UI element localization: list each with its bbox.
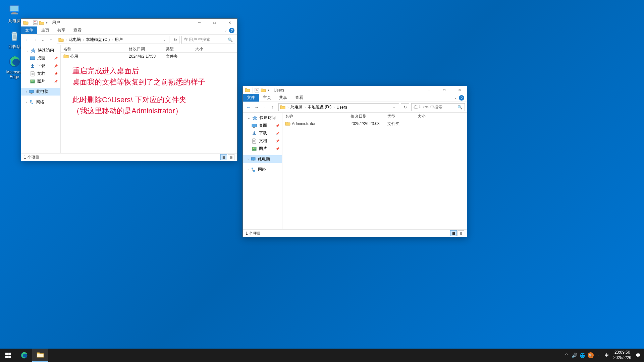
nav-forward-button[interactable]: → xyxy=(253,104,260,111)
new-folder-icon[interactable] xyxy=(261,87,266,93)
title-bar[interactable]: ▾ 用户 ─ □ ✕ xyxy=(21,19,237,26)
breadcrumb-segment[interactable]: Users xyxy=(335,105,348,110)
address-bar[interactable]: › 此电脑 › 本地磁盘 (D:) › Users ⌄ xyxy=(278,103,399,111)
tab-file[interactable]: 文件 xyxy=(21,26,37,34)
refresh-button[interactable]: ↻ xyxy=(171,36,179,44)
list-header: 名称 修改日期 类型 大小 xyxy=(282,113,467,120)
qat-dropdown-icon[interactable]: ▾ xyxy=(268,88,269,92)
volume-icon[interactable]: 🔊 xyxy=(571,349,579,362)
breadcrumb-arrow-icon[interactable]: › xyxy=(82,38,85,42)
nav-downloads[interactable]: 下载📌 xyxy=(243,129,282,137)
title-bar[interactable]: ▾ Users ─ □ ✕ xyxy=(243,86,467,94)
breadcrumb-arrow-icon[interactable]: › xyxy=(65,38,67,42)
close-button[interactable]: ✕ xyxy=(222,19,237,26)
breadcrumb-arrow-icon[interactable]: › xyxy=(333,106,335,109)
minimize-button[interactable]: ─ xyxy=(192,19,207,26)
nav-up-button[interactable]: ↑ xyxy=(269,104,276,111)
breadcrumb-arrow-icon[interactable]: › xyxy=(287,106,289,109)
show-desktop-button[interactable] xyxy=(642,349,644,362)
qat-dropdown-icon[interactable]: ▾ xyxy=(46,21,48,24)
nav-back-button[interactable]: ← xyxy=(23,36,31,44)
search-input[interactable]: 在 Users 中搜索 🔍 xyxy=(411,103,465,111)
nav-quick-access[interactable]: ⌄快速访问 xyxy=(21,47,60,54)
breadcrumb-segment[interactable]: 用户 xyxy=(113,37,124,43)
help-button[interactable]: ? xyxy=(229,28,234,33)
address-dropdown-icon[interactable]: ⌄ xyxy=(391,105,397,109)
network-icon[interactable]: 🌐 xyxy=(579,349,587,362)
nav-this-pc[interactable]: ›此电脑 xyxy=(21,88,60,96)
breadcrumb-arrow-icon[interactable]: › xyxy=(304,106,306,109)
nav-this-pc[interactable]: ›此电脑 xyxy=(243,155,282,163)
tab-file[interactable]: 文件 xyxy=(243,94,259,102)
nav-forward-button[interactable]: → xyxy=(31,36,39,44)
nav-documents[interactable]: 文档📌 xyxy=(243,137,282,145)
nav-documents[interactable]: 文档📌 xyxy=(21,70,60,77)
nav-downloads[interactable]: 下载📌 xyxy=(21,62,60,70)
column-date[interactable]: 修改日期 xyxy=(348,113,385,120)
column-name[interactable]: 名称 xyxy=(61,45,126,52)
icons-view-button[interactable]: ⊞ xyxy=(458,230,464,236)
nav-network[interactable]: ›网络 xyxy=(243,166,282,173)
maximize-button[interactable]: □ xyxy=(437,86,452,94)
search-input[interactable]: 在 用户 中搜索 🔍 xyxy=(181,36,235,44)
file-row[interactable]: 公用 2024/4/2 17:58 文件夹 xyxy=(61,53,237,60)
properties-icon[interactable] xyxy=(254,87,260,93)
file-list[interactable]: 名称 修改日期 类型 大小 公用 2024/4/2 17:58 文件夹 重启完成… xyxy=(61,45,237,153)
column-size[interactable]: 大小 xyxy=(415,113,442,120)
file-row[interactable]: Administrator 2025/2/26 23:03 文件夹 xyxy=(282,120,467,127)
nav-history-button[interactable]: ⌄ xyxy=(39,36,47,44)
tab-view[interactable]: 查看 xyxy=(291,94,307,102)
ribbon-expand-icon[interactable]: ⌄ xyxy=(454,96,457,100)
clock[interactable]: 23:09:50 2025/2/26 xyxy=(611,350,634,360)
breadcrumb-segment[interactable]: 此电脑 xyxy=(289,104,304,110)
column-size[interactable]: 大小 xyxy=(193,45,219,52)
breadcrumb-segment[interactable]: 本地磁盘 (D:) xyxy=(306,104,333,110)
tab-share[interactable]: 共享 xyxy=(275,94,291,102)
address-bar[interactable]: › 此电脑 › 本地磁盘 (C:) › 用户 ⌄ xyxy=(57,36,169,44)
search-highlight-icon[interactable]: 🔍 xyxy=(588,352,594,358)
column-type[interactable]: 类型 xyxy=(385,113,415,120)
notifications-button[interactable]: 💬 xyxy=(634,349,642,362)
tab-home[interactable]: 主页 xyxy=(259,94,275,102)
tab-share[interactable]: 共享 xyxy=(53,26,69,34)
tray-overflow-button[interactable]: ⌃ xyxy=(562,349,571,362)
nav-back-button[interactable]: ← xyxy=(245,104,252,111)
file-list[interactable]: 名称 修改日期 类型 大小 Administrator 2025/2/26 23… xyxy=(282,113,467,229)
refresh-button[interactable]: ↻ xyxy=(401,103,409,111)
item-count: 1 个项目 xyxy=(246,231,261,236)
properties-icon[interactable] xyxy=(33,20,38,25)
column-type[interactable]: 类型 xyxy=(163,45,193,52)
nav-pictures[interactable]: 图片📌 xyxy=(243,145,282,153)
nav-quick-access[interactable]: ⌄快速访问 xyxy=(243,114,282,122)
tab-view[interactable]: 查看 xyxy=(69,26,86,34)
breadcrumb-segment[interactable]: 本地磁盘 (C:) xyxy=(85,37,111,43)
nav-up-button[interactable]: ↑ xyxy=(47,36,55,44)
nav-pictures[interactable]: 图片📌 xyxy=(21,77,60,85)
pin-icon: 📌 xyxy=(276,139,279,143)
taskbar-edge[interactable] xyxy=(16,349,32,362)
maximize-button[interactable]: □ xyxy=(207,19,222,26)
icons-view-button[interactable]: ⊞ xyxy=(228,154,234,160)
minimize-button[interactable]: ─ xyxy=(422,86,437,94)
breadcrumb-arrow-icon[interactable]: › xyxy=(111,38,113,42)
nav-desktop[interactable]: 桌面📌 xyxy=(243,122,282,129)
nav-network[interactable]: ›网络 xyxy=(21,98,60,106)
ime-icon[interactable]: 中 xyxy=(603,349,611,362)
recycle-bin-icon xyxy=(8,29,21,43)
breadcrumb-segment[interactable]: 此电脑 xyxy=(67,37,82,43)
nav-history-button[interactable]: ⌄ xyxy=(261,104,268,111)
address-dropdown-icon[interactable]: ⌄ xyxy=(161,38,168,42)
nav-desktop[interactable]: 桌面📌 xyxy=(21,54,60,62)
new-folder-icon[interactable] xyxy=(39,20,44,25)
column-name[interactable]: 名称 xyxy=(282,113,348,120)
ribbon-expand-icon[interactable]: ⌄ xyxy=(224,28,227,32)
tray-app-icon[interactable]: ▫ xyxy=(595,349,603,362)
help-button[interactable]: ? xyxy=(459,95,464,101)
tab-home[interactable]: 主页 xyxy=(37,26,53,34)
start-button[interactable] xyxy=(0,349,16,362)
details-view-button[interactable]: ☰ xyxy=(450,230,457,236)
close-button[interactable]: ✕ xyxy=(452,86,467,94)
column-date[interactable]: 修改日期 xyxy=(126,45,163,52)
taskbar-explorer[interactable] xyxy=(32,349,48,362)
details-view-button[interactable]: ☰ xyxy=(220,154,227,160)
